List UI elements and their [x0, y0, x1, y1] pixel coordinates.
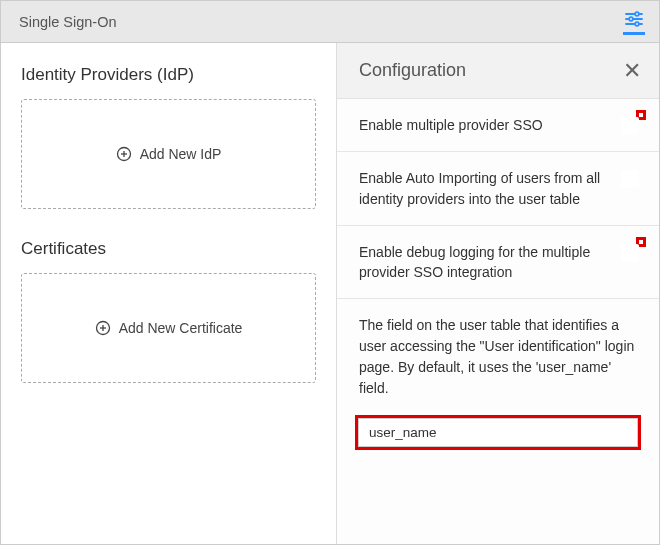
svg-point-3 — [635, 12, 639, 16]
svg-point-4 — [629, 17, 633, 21]
plus-circle-icon — [116, 146, 132, 162]
config-title: Configuration — [359, 60, 466, 81]
highlight-box — [636, 237, 646, 247]
app-header: Single Sign-On — [1, 1, 659, 43]
config-row-debug-log: Enable debug logging for the multiple pr… — [337, 226, 659, 300]
idp-heading: Identity Providers (IdP) — [21, 65, 316, 85]
left-pane: Identity Providers (IdP) Add New IdP Cer… — [1, 43, 336, 544]
auto-import-label: Enable Auto Importing of users from all … — [359, 168, 631, 209]
settings-icon[interactable] — [623, 9, 645, 35]
highlight-box — [355, 415, 641, 450]
add-idp-button[interactable]: Add New IdP — [21, 99, 316, 209]
add-idp-label: Add New IdP — [140, 146, 222, 162]
debug-log-label: Enable debug logging for the multiple pr… — [359, 242, 631, 283]
certificates-heading: Certificates — [21, 239, 316, 259]
main-layout: Identity Providers (IdP) Add New IdP Cer… — [1, 43, 659, 544]
add-certificate-label: Add New Certificate — [119, 320, 243, 336]
enable-sso-label: Enable multiple provider SSO — [359, 115, 631, 135]
config-field-description-row: The field on the user table that identif… — [337, 299, 659, 403]
page-title: Single Sign-On — [19, 14, 117, 30]
config-row-enable-sso: Enable multiple provider SSO — [337, 99, 659, 152]
config-header: Configuration ✕ — [337, 43, 659, 99]
config-panel: Configuration ✕ Enable multiple provider… — [336, 43, 659, 544]
close-icon[interactable]: ✕ — [623, 60, 641, 82]
svg-point-5 — [635, 22, 639, 26]
plus-circle-icon — [95, 320, 111, 336]
highlight-box — [636, 110, 646, 120]
user-field-input[interactable] — [358, 418, 638, 447]
add-certificate-button[interactable]: Add New Certificate — [21, 273, 316, 383]
field-description: The field on the user table that identif… — [359, 315, 641, 399]
config-row-auto-import: Enable Auto Importing of users from all … — [337, 152, 659, 226]
